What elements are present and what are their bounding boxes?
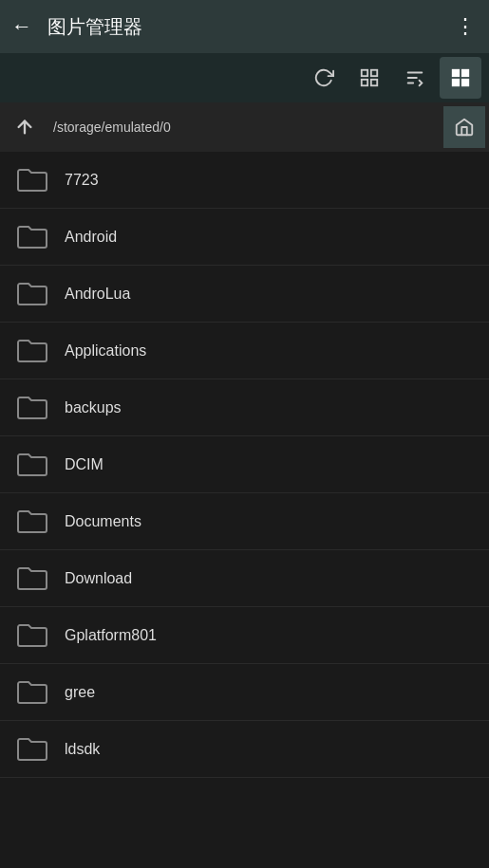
- folder-icon: [15, 675, 49, 710]
- file-name: ldsdk: [65, 741, 100, 758]
- list-item[interactable]: gree: [0, 664, 489, 721]
- list-item[interactable]: Documents: [0, 493, 489, 550]
- svg-rect-8: [462, 70, 468, 76]
- folder-icon: [15, 277, 49, 311]
- folder-icon: [15, 220, 49, 254]
- file-name: Gplatform801: [65, 627, 157, 644]
- toolbar: [0, 53, 489, 102]
- list-item[interactable]: AndroLua: [0, 266, 489, 323]
- svg-rect-7: [453, 70, 459, 76]
- folder-icon: [15, 732, 49, 766]
- file-name: gree: [65, 684, 95, 701]
- grid-view-button[interactable]: [348, 57, 390, 99]
- list-item[interactable]: backups: [0, 379, 489, 436]
- sort-button[interactable]: [394, 57, 436, 99]
- svg-rect-0: [362, 70, 367, 76]
- file-name: AndroLua: [65, 286, 130, 303]
- back-button[interactable]: ←: [11, 14, 32, 39]
- more-options-button[interactable]: ⋮: [455, 14, 478, 39]
- folder-icon: [15, 505, 49, 539]
- current-path: /storage/emulated/0: [46, 120, 443, 135]
- refresh-button[interactable]: [303, 57, 345, 99]
- svg-rect-9: [453, 80, 459, 85]
- file-name: Android: [65, 229, 117, 246]
- folder-icon: [15, 334, 49, 368]
- folder-icon: [15, 562, 49, 596]
- svg-rect-3: [371, 80, 377, 85]
- app-bar: ← 图片管理器 ⋮: [0, 0, 489, 53]
- svg-rect-1: [371, 70, 377, 76]
- list-item[interactable]: DCIM: [0, 436, 489, 493]
- file-name: Applications: [65, 342, 146, 360]
- file-name: 7723: [65, 172, 99, 189]
- up-directory-button[interactable]: [4, 106, 46, 148]
- list-item[interactable]: Android: [0, 209, 489, 266]
- list-item[interactable]: 7723: [0, 152, 489, 209]
- folder-icon: [15, 163, 49, 197]
- folder-icon: [15, 391, 49, 425]
- svg-rect-2: [362, 80, 367, 85]
- path-bar: /storage/emulated/0: [0, 102, 489, 152]
- file-name: DCIM: [65, 456, 103, 473]
- file-list: 7723 Android AndroLua Applications backu…: [0, 152, 489, 868]
- app-bar-title: 图片管理器: [47, 14, 142, 40]
- app-bar-left: ← 图片管理器: [11, 14, 142, 40]
- list-item[interactable]: Download: [0, 550, 489, 607]
- detail-view-button[interactable]: [440, 57, 481, 99]
- list-item[interactable]: Gplatform801: [0, 607, 489, 664]
- list-item[interactable]: Applications: [0, 323, 489, 379]
- svg-rect-10: [462, 80, 468, 85]
- home-button[interactable]: [443, 106, 485, 148]
- file-name: Download: [65, 570, 132, 587]
- folder-icon: [15, 619, 49, 653]
- folder-icon: [15, 448, 49, 482]
- file-name: Documents: [65, 513, 141, 530]
- list-item[interactable]: ldsdk: [0, 721, 489, 778]
- file-name: backups: [65, 399, 122, 416]
